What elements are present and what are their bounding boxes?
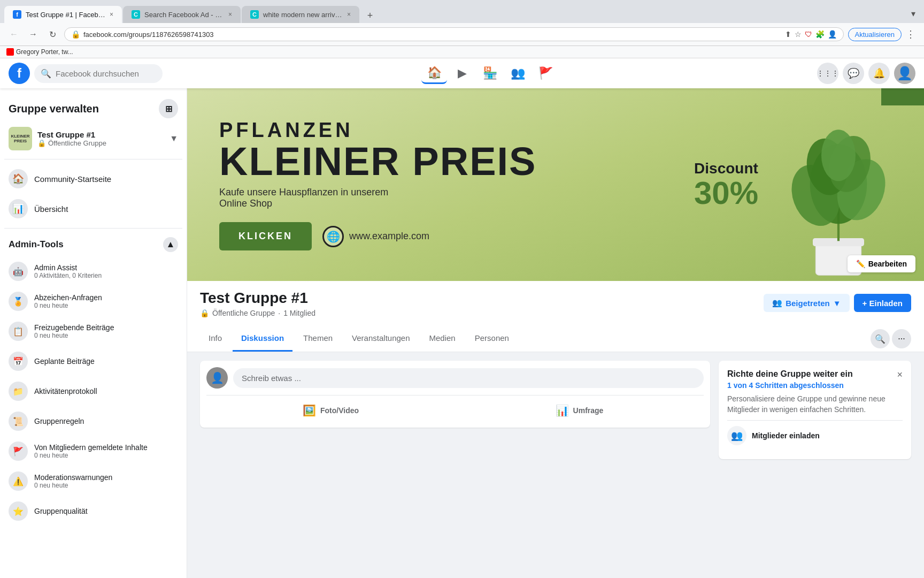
cover-discount: Discount 30%	[694, 160, 758, 209]
sidebar-nav-overview[interactable]: 📊 Übersicht	[4, 194, 182, 224]
tab-bar: f Test Gruppe #1 | Facebook × C Search F…	[0, 0, 924, 23]
fb-nav-right: ⋮⋮⋮ 💬 🔔 👤	[817, 63, 915, 84]
sidebar-manage-icon-btn[interactable]: ⊞	[159, 99, 178, 118]
admin-sub-geplante[interactable]: 📅 Geplante Beiträge	[4, 346, 182, 376]
sidebar-nav-community[interactable]: 🏠 Community-Startseite	[4, 164, 182, 194]
facebook-app: f 🔍 🏠 ▶ 🏪 👥 🚩 ⋮⋮⋮ 💬 🔔 👤 Gruppe verwalten…	[0, 58, 924, 578]
moderationswarnungen-icon: ⚠️	[9, 471, 28, 491]
youtube-icon	[6, 48, 14, 56]
tab-canva[interactable]: C Search Facebook Ad - Canva ×	[123, 6, 241, 23]
nav-marketplace-btn[interactable]: 🏪	[477, 63, 503, 84]
fb-bell-icon[interactable]: 🔔	[868, 63, 890, 84]
tab-close-facebook[interactable]: ×	[110, 11, 113, 18]
setup-card-close[interactable]: ×	[897, 369, 903, 381]
tab-diskussion[interactable]: Diskussion	[233, 326, 292, 352]
nav-groups-btn[interactable]: 👥	[505, 63, 530, 84]
admin-sub-aktivitaeten[interactable]: 📁 Aktivitätenprotokoll	[4, 376, 182, 406]
joined-icon: 👥	[772, 298, 782, 308]
lock-small-icon: 🔒	[200, 309, 209, 317]
gruppenqualitaet-icon: ⭐	[9, 501, 28, 521]
group-name: Test Gruppe #1	[37, 130, 164, 139]
share-icon[interactable]: ⬆	[785, 30, 791, 39]
admin-sub-gruppenqualitaet[interactable]: ⭐ Gruppenqualität	[4, 496, 182, 526]
tab-watch[interactable]: C white modern new arrival watc... ×	[242, 6, 359, 23]
setup-card-title-area: Richte deine Gruppe weiter ein 1 von 4 S…	[727, 369, 853, 390]
tab-info[interactable]: Info	[200, 326, 230, 352]
admin-sub-gemeldete[interactable]: 🚩 Von Mitgliedern gemeldete Inhalte 0 ne…	[4, 436, 182, 466]
overview-icon: 📊	[9, 199, 28, 218]
admin-sub-abzeichen[interactable]: 🏅 Abzeichen-Anfragen 0 neu heute	[4, 286, 182, 316]
forward-button[interactable]: →	[26, 27, 41, 42]
nav-home-btn[interactable]: 🏠	[421, 63, 447, 84]
edit-cover-button[interactable]: ✏️ Bearbeiten	[848, 255, 915, 272]
back-button[interactable]: ←	[6, 27, 21, 42]
joined-button[interactable]: 👥 Beigetreten ▼	[764, 294, 849, 312]
composer-poll-action[interactable]: 📊 Umfrage	[455, 400, 704, 421]
admin-sub-freizugebende[interactable]: 📋 Freizugebende Beiträge 0 neu heute	[4, 316, 182, 346]
bookmark-youtube[interactable]: Gregory Porter, tw...	[6, 48, 73, 56]
group-thumbnail: KLEINERPREIS	[9, 127, 32, 150]
address-bar-row: ← → ↻ 🔒 facebook.com/groups/118762659874…	[0, 23, 924, 46]
profile-icon[interactable]: 👤	[828, 30, 837, 39]
bookmark-label: Gregory Porter, tw...	[16, 48, 73, 56]
tab-close-watch[interactable]: ×	[347, 11, 351, 18]
search-icon: 🔍	[41, 69, 51, 79]
cover-title-sm: PFLANZEN	[219, 119, 892, 142]
group-chevron[interactable]: ▼	[170, 134, 178, 143]
fb-grid-icon[interactable]: ⋮⋮⋮	[817, 63, 838, 84]
fb-search-box[interactable]: 🔍	[34, 64, 163, 83]
tab-minimize-icon[interactable]: ▾	[907, 4, 920, 23]
freizugebende-icon: 📋	[9, 322, 28, 341]
group-right-panel: Richte deine Gruppe weiter ein 1 von 4 S…	[719, 361, 911, 459]
tab-facebook[interactable]: f Test Gruppe #1 | Facebook ×	[4, 6, 122, 23]
fb-messenger-icon[interactable]: 💬	[843, 63, 864, 84]
nav-video-btn[interactable]: ▶	[449, 63, 475, 84]
admin-tools-header: Admin-Tools ▲	[4, 233, 182, 256]
abzeichen-icon: 🏅	[9, 292, 28, 311]
sidebar-group-item[interactable]: KLEINERPREIS Test Gruppe #1 🔒 Öffentlich…	[4, 123, 182, 155]
fb-top-nav: f 🔍 🏠 ▶ 🏪 👥 🚩 ⋮⋮⋮ 💬 🔔 👤	[0, 58, 924, 88]
gruppenregeln-icon: 📜	[9, 412, 28, 431]
new-tab-button[interactable]: +	[363, 8, 378, 23]
tab-themen[interactable]: Themen	[295, 326, 341, 352]
aktivitaeten-icon: 📁	[9, 382, 28, 401]
setup-card-header: Richte deine Gruppe weiter ein 1 von 4 S…	[727, 369, 903, 390]
group-body: 👤 Schreib etwas ... 🖼️ Foto/Video 📊 Umfr…	[187, 352, 924, 468]
cover-text-area: PFLANZEN KLEINER PREIS Kaufe unsere Haus…	[187, 97, 924, 272]
puzzle-icon[interactable]: 🧩	[815, 30, 825, 39]
browser-menu-icon[interactable]: ⋮	[904, 26, 918, 42]
tab-label-canva: Search Facebook Ad - Canva	[144, 11, 224, 19]
geplante-text: Geplante Beiträge	[34, 357, 178, 366]
tab-label-watch: white modern new arrival watc...	[263, 11, 343, 19]
tab-personen[interactable]: Personen	[466, 326, 518, 352]
admin-sub-admin-assist[interactable]: 🤖 Admin Assist 0 Aktivitäten, 0 Kriterie…	[4, 256, 182, 286]
fb-user-avatar[interactable]: 👤	[894, 63, 915, 84]
star-icon[interactable]: ☆	[795, 30, 802, 39]
tabs-more-button[interactable]: ···	[892, 329, 911, 348]
cover-cta-button[interactable]: KLICKEN	[219, 222, 312, 250]
admin-tools-toggle[interactable]: ▲	[163, 237, 178, 252]
cover-cta-row: KLICKEN 🌐 www.example.com	[219, 222, 892, 250]
globe-icon: 🌐	[322, 226, 344, 247]
update-button[interactable]: Aktualisieren	[848, 28, 902, 41]
admin-sub-gruppenregeln[interactable]: 📜 Gruppenregeln	[4, 406, 182, 436]
tab-medien[interactable]: Medien	[421, 326, 464, 352]
invite-button[interactable]: + Einladen	[854, 294, 911, 312]
nav-gaming-btn[interactable]: 🚩	[533, 63, 558, 84]
fb-logo[interactable]: f	[9, 63, 30, 84]
group-sub: 🔒 Öffentliche Gruppe	[37, 139, 164, 147]
group-header: Test Gruppe #1 🔒 Öffentliche Gruppe · 1 …	[187, 281, 924, 326]
setup-invite-item[interactable]: 👥 Mitglieder einladen	[727, 420, 903, 451]
cover-subtitle2: Online Shop	[219, 198, 892, 209]
reload-button[interactable]: ↻	[45, 27, 60, 42]
tab-close-canva[interactable]: ×	[228, 11, 232, 18]
tabs-search-button[interactable]: 🔍	[871, 329, 890, 348]
tab-veranstaltungen[interactable]: Veranstaltungen	[343, 326, 418, 352]
fb-search-input[interactable]	[56, 69, 157, 78]
address-bar[interactable]: 🔒 facebook.com/groups/1187626598741303 ⬆…	[64, 27, 844, 41]
extension-icon[interactable]: 🛡	[805, 30, 812, 39]
admin-sub-moderationswarnungen[interactable]: ⚠️ Moderationswarnungen 0 neu heute	[4, 466, 182, 496]
address-bar-icons: ⬆ ☆ 🛡 🧩 👤	[785, 30, 837, 39]
composer-input[interactable]: Schreib etwas ...	[233, 368, 704, 388]
composer-photo-action[interactable]: 🖼️ Foto/Video	[206, 400, 455, 421]
